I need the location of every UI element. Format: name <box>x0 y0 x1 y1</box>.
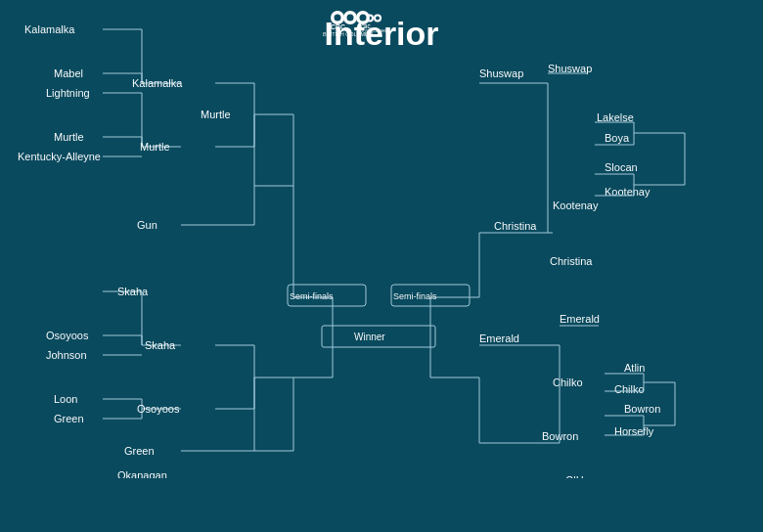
team-murtle-r1: Murtle <box>54 131 84 143</box>
team-slocan-r1: Slocan <box>605 161 638 173</box>
team-shuswap-r1: Shuswap <box>479 67 523 79</box>
team-osoyoos-r1: Osoyoos <box>46 330 89 341</box>
team-osoyoos-r2: Osoyoos <box>137 403 180 415</box>
team-skaha-r2: Skaha <box>145 339 176 351</box>
semi-finals-right-label: Semi-finals <box>393 291 437 301</box>
semi-finals-left-label: Semi-finals <box>290 291 334 301</box>
team-mabel-r1: Mabel <box>54 67 83 79</box>
winner-label: Winner <box>354 332 385 342</box>
team-green-r2: Green <box>124 445 155 457</box>
team-green-r1: Green <box>54 413 84 424</box>
team-boya-r1: Boya <box>605 132 630 144</box>
team-chilko-r2: Chilko <box>553 377 583 388</box>
team-murtle-r2: Murtle <box>140 141 170 153</box>
team-chilko-r1: Chilko <box>614 383 645 395</box>
team-bowron-r2: Bowron <box>542 430 578 442</box>
team-murtle-r3: Murtle <box>201 109 231 120</box>
team-christina-r3b: Christina <box>550 255 593 267</box>
team-gun-r2: Gun <box>137 219 157 231</box>
team-atlin-r1: Atlin <box>624 362 645 374</box>
team-kentucky-r1: Kentucky-Alleyne <box>18 151 101 162</box>
team-kootenay-r2: Kootenay <box>553 200 599 211</box>
team-bowron-r1: Bowron <box>624 403 660 415</box>
team-kalamalka-r1: Kalamalka <box>24 23 75 35</box>
team-okanagan-r3: Okanagan <box>117 469 167 478</box>
bracket-diagram: Kalamalka Mabel Lightning Murtle Kentuck… <box>0 0 763 478</box>
team-lightning-r1: Lightning <box>46 87 90 99</box>
team-emerald-r1: Emerald <box>479 332 519 344</box>
team-emerald-r1-label: Emerald <box>560 313 600 325</box>
team-lakelse-r1-label: Lakelse <box>597 111 634 123</box>
team-shuswap-r1-label: Shuswap <box>548 63 592 74</box>
team-ohara-r2: O'Hara <box>565 474 600 478</box>
team-johnson-r1: Johnson <box>46 349 87 361</box>
team-loon-r1: Loon <box>54 393 77 405</box>
team-skaha-r1: Skaha <box>117 286 149 297</box>
team-christina-r3: Christina <box>494 220 537 232</box>
team-kalamalka-r2: Kalamalka <box>132 77 183 89</box>
